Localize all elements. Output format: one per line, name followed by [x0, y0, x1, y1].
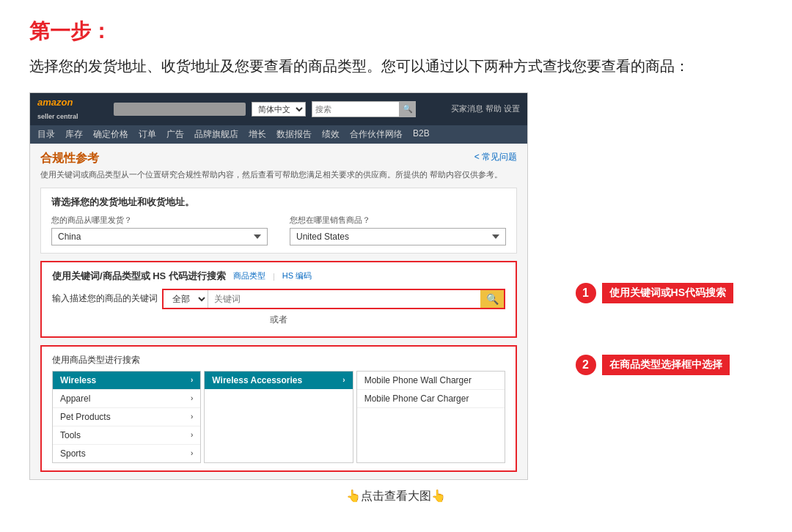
- arrow-icon: ›: [191, 431, 193, 439]
- tab-product-type[interactable]: 商品类型: [233, 270, 265, 281]
- arrow-icon: ›: [191, 413, 193, 421]
- nav-brand[interactable]: 品牌旗舰店: [194, 128, 238, 141]
- annotation-1: 1 使用关键词或HS代码搜索: [576, 283, 733, 303]
- arrow-icon: ›: [342, 376, 345, 384]
- top-search-button[interactable]: 🔍: [400, 101, 416, 117]
- subcategory-list: Wireless Accessories ›: [204, 371, 353, 463]
- keyword-input[interactable]: [208, 290, 480, 308]
- annotation-1-number: 1: [576, 283, 596, 303]
- amazon-logo: amazonseller central: [37, 97, 78, 121]
- compliance-desc: 使用关键词或商品类型从一个位置研究合规性帮助内容，然后查看可帮助您满足相关要求的…: [40, 169, 517, 180]
- product-list: Mobile Phone Wall Charger Mobile Phone C…: [356, 371, 505, 463]
- list-item[interactable]: Apparel ›: [53, 390, 200, 408]
- annotation-2: 2 在商品类型选择框中选择: [576, 355, 733, 375]
- nav-b2b[interactable]: B2B: [413, 128, 430, 141]
- category-list: Wireless › Apparel › Pet Products ›: [52, 371, 201, 463]
- keyword-label: 输入描述您的商品的关键词: [52, 292, 158, 305]
- tab-separator: |: [273, 272, 275, 281]
- nav-catalog[interactable]: 目录: [37, 128, 55, 141]
- nav-pricing[interactable]: 确定价格: [93, 128, 128, 141]
- search-section-title: 使用关键词/商品类型或 HS 代码进行搜索: [52, 270, 226, 283]
- address-section-title: 请选择您的发货地址和收货地址。: [51, 196, 506, 209]
- nav-ads[interactable]: 广告: [166, 128, 184, 141]
- annotation-2-number: 2: [576, 355, 596, 375]
- list-item[interactable]: Wireless ›: [53, 372, 200, 390]
- to-label: 您想在哪里销售商品？: [290, 215, 506, 226]
- faq-link[interactable]: < 常见问题: [474, 151, 517, 163]
- nav-growth[interactable]: 增长: [249, 128, 266, 141]
- tab-hs-code[interactable]: HS 编码: [282, 270, 312, 281]
- nav-inventory[interactable]: 库存: [65, 128, 83, 141]
- nav-reports[interactable]: 数据报告: [276, 128, 312, 141]
- description: 选择您的发货地址、收货地址及您要查看的商品类型。您可以通过以下两种方式查找您要查…: [29, 54, 763, 78]
- arrow-icon: ›: [191, 376, 193, 384]
- category-browse-title: 使用商品类型进行搜索: [52, 354, 505, 366]
- or-divider: 或者: [52, 314, 505, 326]
- list-item[interactable]: Mobile Phone Car Charger: [357, 390, 505, 408]
- nav-performance[interactable]: 绩效: [322, 128, 340, 141]
- annotation-1-text: 使用关键词或HS代码搜索: [602, 283, 733, 303]
- list-item[interactable]: Mobile Phone Wall Charger: [357, 372, 505, 390]
- category-filter-select[interactable]: 全部: [164, 290, 208, 308]
- top-search-input[interactable]: [312, 101, 400, 117]
- compliance-title: 合规性参考: [40, 151, 99, 166]
- to-select[interactable]: United States: [290, 228, 506, 245]
- list-item[interactable]: Wireless Accessories ›: [205, 372, 352, 389]
- list-item[interactable]: Pet Products ›: [53, 408, 200, 426]
- arrow-icon: ›: [191, 394, 193, 402]
- list-item[interactable]: Sports ›: [53, 445, 200, 462]
- from-label: 您的商品从哪里发货？: [51, 215, 268, 226]
- nav-orders[interactable]: 订单: [139, 128, 156, 141]
- nav-partner[interactable]: 合作伙伴网络: [350, 128, 403, 141]
- arrow-icon: ›: [191, 449, 193, 457]
- step-title: 第一步：: [29, 18, 763, 45]
- main-nav: 目录 库存 确定价格 订单 广告 品牌旗舰店 增长 数据报告 绩效 合作伙伴网络…: [30, 125, 527, 144]
- annotation-2-text: 在商品类型选择框中选择: [602, 355, 730, 375]
- topbar-right-links: 买家消息 帮助 设置: [451, 103, 520, 114]
- from-select[interactable]: China: [51, 228, 268, 245]
- footer: 👆点击查看大图👆: [29, 480, 763, 509]
- list-item[interactable]: Tools ›: [53, 426, 200, 445]
- lang-selector[interactable]: 简体中文: [252, 102, 306, 117]
- keyword-search-button[interactable]: 🔍: [480, 290, 504, 308]
